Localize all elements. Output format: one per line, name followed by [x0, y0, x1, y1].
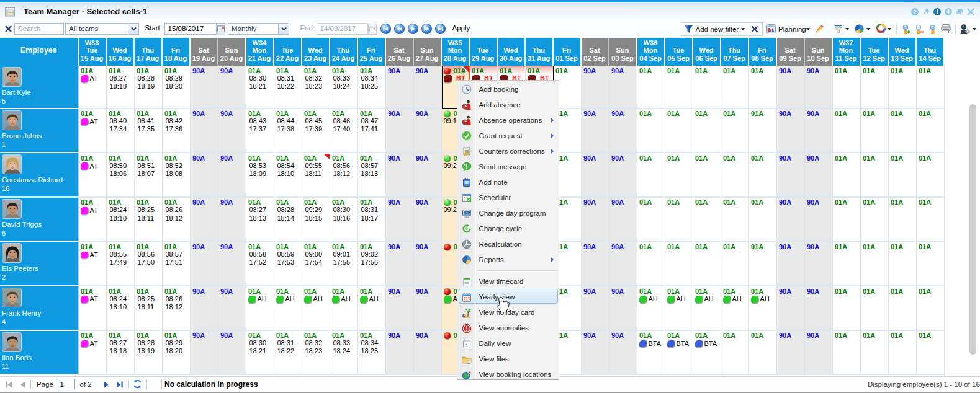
svg-text:?: ?	[913, 8, 917, 15]
svg-text:1: 1	[465, 342, 469, 348]
